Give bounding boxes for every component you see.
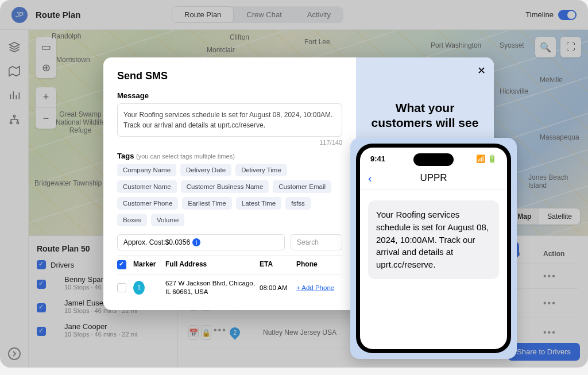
- tag-chip[interactable]: Earliest Time: [182, 197, 231, 210]
- tag-chip[interactable]: Company Name: [117, 164, 176, 176]
- message-input[interactable]: Your Roofing services schedule is set fo…: [117, 103, 342, 137]
- phone-message: Your Roofing services schedule is set fo…: [368, 200, 499, 279]
- tag-chip[interactable]: fsfss: [285, 197, 311, 210]
- col-marker: Marker: [133, 260, 165, 269]
- search-input[interactable]: Search: [291, 234, 342, 250]
- close-icon[interactable]: ✕: [477, 64, 486, 77]
- message-label: Message: [117, 91, 342, 100]
- modal-title: Send SMS: [117, 70, 342, 82]
- tag-chip[interactable]: Customer Phone: [117, 197, 178, 210]
- marker-badge: 1: [133, 281, 145, 295]
- tags-row: Company Name Delivery Date Delivery Time…: [117, 164, 342, 226]
- row-eta: 08:00 AM: [260, 284, 296, 291]
- tags-hint: (you can select tags multiple times): [136, 153, 235, 160]
- cost-display: Approx. Cost:$0.0356i: [117, 234, 285, 250]
- tag-chip[interactable]: Customer Business Name: [181, 180, 269, 193]
- tags-label: Tags: [117, 152, 134, 160]
- phone-back-icon: ‹: [368, 172, 372, 185]
- tag-chip[interactable]: Delivery Date: [180, 164, 231, 176]
- select-all-checkbox[interactable]: [117, 260, 126, 269]
- tag-chip[interactable]: Delivery Time: [235, 164, 287, 176]
- table-row: 1 627 W Jackson Blvd, Chicago, IL 60661,…: [117, 275, 342, 297]
- info-icon[interactable]: i: [192, 238, 200, 246]
- phone-preview: 9:41 📶 🔋 ‹ UPPR Your Roofing services sc…: [350, 138, 517, 359]
- row-checkbox[interactable]: [117, 283, 126, 292]
- recipients-table: Marker Full Address ETA Phone 1 627 W Ja…: [117, 255, 342, 297]
- phone-time: 9:41: [370, 154, 385, 163]
- tag-chip[interactable]: Boxes: [117, 214, 147, 226]
- row-address: 627 W Jackson Blvd, Chicago, IL 60661, U…: [165, 279, 260, 296]
- col-eta: ETA: [260, 260, 296, 269]
- tag-chip[interactable]: Customer Email: [273, 180, 331, 193]
- phone-signal-icon: 📶 🔋: [476, 154, 497, 163]
- col-phone: Phone: [296, 260, 342, 269]
- col-address: Full Address: [165, 260, 260, 269]
- char-counter: 117/140: [117, 139, 342, 146]
- preview-title: What your customers will see: [365, 100, 485, 131]
- tag-chip[interactable]: Customer Name: [117, 180, 177, 193]
- phone-app-title: UPPR: [420, 172, 447, 184]
- tag-chip[interactable]: Volume: [151, 214, 184, 226]
- tag-chip[interactable]: Latest Time: [236, 197, 281, 210]
- add-phone-link[interactable]: + Add Phone: [296, 284, 342, 291]
